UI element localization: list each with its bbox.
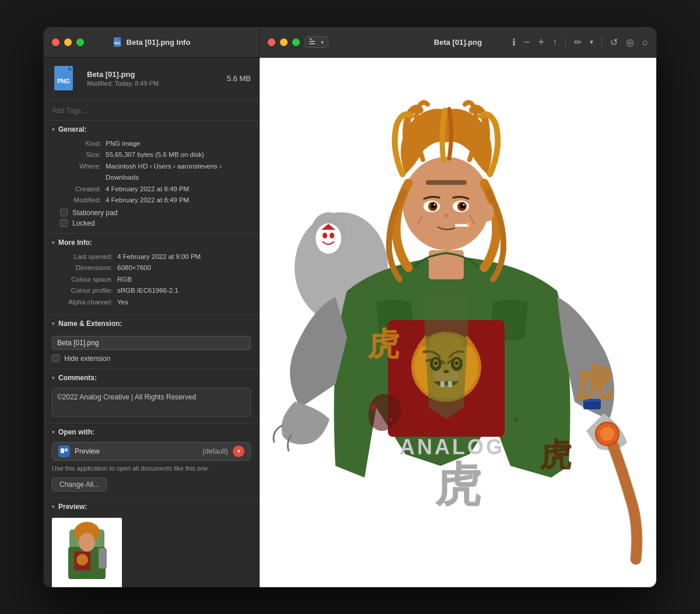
preview-close-button[interactable] [268,38,275,46]
open-with-body: Preview (default) ▾ Use this application… [44,440,259,497]
svg-rect-48 [426,180,467,185]
preview-window-title: Beta [01].png [434,38,482,47]
edit-button[interactable]: ✏ [574,37,582,48]
comments-section-header[interactable]: ▾ Comments: [44,369,259,385]
open-with-chevron-icon: ▾ [52,429,55,435]
hide-extension-checkbox[interactable] [52,355,60,362]
name-extension-header[interactable]: ▾ Name & Extension: [44,315,259,331]
colour-space-row: Colour space: RGB [60,274,251,286]
kind-row: Kind: PNG image [60,138,251,150]
zoom-in-button[interactable]: + [538,36,544,48]
svg-point-60 [480,203,494,222]
alpha-channel-label: Alpha channel: [60,297,113,308]
svg-point-53 [430,203,436,209]
sidebar-toggle-icon [309,38,318,45]
close-button[interactable] [52,38,60,46]
filename-input[interactable] [52,336,251,350]
info-panel: PNG Beta [01].png Info PNG Beta [01].png… [44,27,260,587]
size-value: 55,65,307 bytes (5.6 MB on disk) [106,149,251,161]
more-info-chevron-icon: ▾ [52,240,55,245]
svg-point-54 [460,203,466,209]
change-all-button[interactable]: Change All... [52,478,107,492]
svg-rect-6 [61,448,64,453]
app-selector[interactable]: Preview (default) ▾ [52,442,251,461]
preview-minimize-button[interactable] [280,38,288,46]
preview-maximize-button[interactable] [292,38,300,46]
open-with-header[interactable]: ▾ Open with: [44,423,259,440]
file-icon-titlebar: PNG [113,37,123,47]
app-name: Preview [75,447,198,455]
preview-thumbnail [52,518,122,587]
svg-point-21 [330,233,334,238]
anime-image: 虎 虎 虎 ANALOG [260,58,656,587]
hide-extension-row: Hide extension [52,355,251,363]
info-toolbar-button[interactable]: ℹ [512,37,516,48]
name-extension-chevron-icon: ▾ [52,321,55,327]
alpha-channel-value: Yes [117,297,251,308]
svg-rect-59 [467,223,470,225]
more-info-section: ▾ More Info: Last opened: 4 February 202… [44,234,259,315]
where-value: Macintosh HD › Users › aaronstevens › Do… [106,161,251,184]
preview-section: ▾ Preview: [44,498,259,587]
svg-text:虎: 虎 [367,327,400,362]
size-row: Size: 55,65,307 bytes (5.6 MB on disk) [60,149,251,161]
svg-point-55 [434,204,436,205]
more-info-section-header[interactable]: ▾ More Info: [44,234,259,250]
where-row: Where: Macintosh HD › Users › aaronsteve… [60,161,251,184]
comments-section-label: Comments: [58,374,97,382]
comments-text[interactable]: ©2022 Analog Creative | All Rights Reser… [52,388,251,417]
more-info-section-label: More Info: [58,238,92,247]
toolbar-divider [565,37,566,47]
modified-label: Modified: [60,195,101,206]
colour-profile-label: Colour profile: [60,285,113,297]
preview-titlebar-left: ▾ [268,36,328,48]
open-with-section: ▾ Open with: Preview (default) [44,423,259,498]
colour-space-label: Colour space: [60,274,113,286]
svg-point-23 [600,427,614,441]
locked-label: Locked [72,219,95,227]
name-extension-section: ▾ Name & Extension: Hide extension [44,315,259,369]
stationery-pad-checkbox[interactable] [60,209,68,216]
maximize-button[interactable] [76,38,84,46]
traffic-lights [52,38,84,46]
svg-text:PNG: PNG [57,78,70,85]
svg-point-43 [370,405,376,410]
dimensions-row: Dimensions: 6080×7600 [60,262,251,274]
svg-point-14 [76,554,88,566]
open-with-label: Open with: [58,428,94,436]
search-toolbar-button[interactable]: ⌕ [642,37,648,47]
annotate-button[interactable]: ◎ [626,37,634,48]
colour-profile-row: Colour profile: sRGB IEC61966-2.1 [60,285,251,297]
rotate-button[interactable]: ↺ [610,37,618,48]
preview-titlebar: ▾ Beta [01].png ℹ − + ↑ ✏ ▾ ↺ ◎ ⌕ [260,27,656,58]
locked-checkbox[interactable] [60,219,68,227]
preview-panel: ▾ Beta [01].png ℹ − + ↑ ✏ ▾ ↺ ◎ ⌕ [260,27,656,587]
name-extension-body: Hide extension [44,331,259,369]
svg-rect-15 [99,548,107,569]
dropdown-arrow-icon[interactable]: ▾ [233,445,244,457]
kind-value: PNG image [106,138,251,150]
tags-row[interactable]: Add Tags... [44,100,259,121]
file-meta: Beta [01].png Modified: Today, 8:49 PM [87,70,220,87]
edit-dropdown-icon[interactable]: ▾ [590,38,593,46]
colour-space-value: RGB [117,274,251,286]
created-row: Created: 4 February 2022 at 8:49 PM [60,184,251,195]
svg-point-20 [323,233,327,238]
file-size: 5.6 MB [227,74,251,83]
preview-chevron-icon: ▾ [52,504,55,510]
sidebar-toggle-button[interactable]: ▾ [304,36,328,48]
general-section-label: General: [58,125,87,134]
preview-section-header[interactable]: ▾ Preview: [44,498,259,514]
comments-chevron-icon: ▾ [52,375,55,381]
share-button[interactable]: ↑ [552,37,557,47]
svg-rect-7 [65,448,68,451]
file-modified: Modified: Today, 8:49 PM [87,80,220,87]
general-section-body: Kind: PNG image Size: 55,65,307 bytes (5… [44,137,259,233]
file-name: Beta [01].png [87,70,220,79]
dimensions-label: Dimensions: [60,262,113,274]
minimize-button[interactable] [64,38,72,46]
zoom-out-button[interactable]: − [524,36,530,48]
locked-row: Locked [60,219,251,227]
info-body: ▾ General: Kind: PNG image Size: 55,65,3… [44,121,259,587]
general-section-header[interactable]: ▾ General: [44,121,259,137]
